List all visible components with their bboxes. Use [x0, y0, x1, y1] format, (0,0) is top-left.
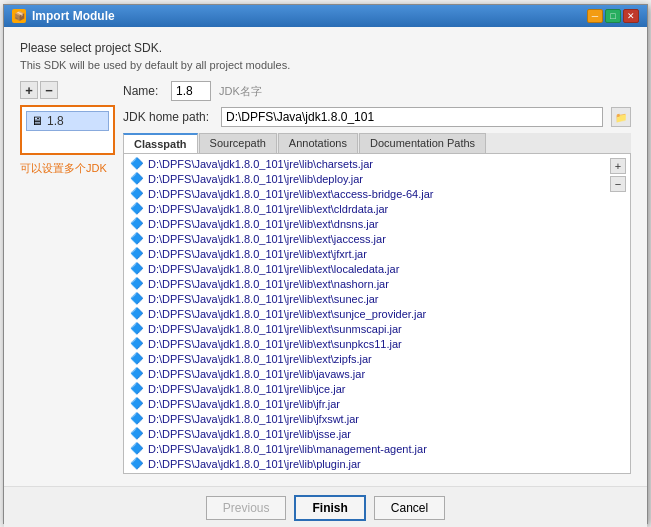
jar-icon: 🔷 [130, 157, 144, 170]
maximize-button[interactable]: □ [605, 9, 621, 23]
minimize-button[interactable]: ─ [587, 9, 603, 23]
list-item[interactable]: 🔷D:\DPFS\Java\jdk1.8.0_101\jre\lib\ext\a… [124, 186, 606, 201]
description-area: Please select project SDK. This SDK will… [20, 39, 631, 74]
file-path-text: D:\DPFS\Java\jdk1.8.0_101\jre\lib\jfxswt… [148, 413, 359, 425]
list-item[interactable]: 🔷D:\DPFS\Java\jdk1.8.0_101\jre\lib\ext\l… [124, 261, 606, 276]
list-item[interactable]: 🔷D:\DPFS\Java\jdk1.8.0_101\jre\lib\ext\z… [124, 351, 606, 366]
name-hint: JDK名字 [219, 84, 262, 99]
jar-icon: 🔷 [130, 322, 144, 335]
file-path-text: D:\DPFS\Java\jdk1.8.0_101\jre\lib\jsse.j… [148, 428, 351, 440]
list-item[interactable]: 🔷D:\DPFS\Java\jdk1.8.0_101\jre\lib\jfxsw… [124, 411, 606, 426]
previous-button[interactable]: Previous [206, 496, 287, 520]
close-button[interactable]: ✕ [623, 9, 639, 23]
file-path-text: D:\DPFS\Java\jdk1.8.0_101\jre\lib\manage… [148, 443, 427, 455]
jar-icon: 🔷 [130, 217, 144, 230]
file-path-text: D:\DPFS\Java\jdk1.8.0_101\jre\lib\charse… [148, 158, 373, 170]
jar-icon: 🔷 [130, 262, 144, 275]
list-item[interactable]: 🔷D:\DPFS\Java\jdk1.8.0_101\jre\lib\javaw… [124, 366, 606, 381]
file-path-text: D:\DPFS\Java\jdk1.8.0_101\jre\lib\ext\lo… [148, 263, 399, 275]
jar-icon: 🔷 [130, 382, 144, 395]
file-path-text: D:\DPFS\Java\jdk1.8.0_101\jre\lib\ext\su… [148, 293, 379, 305]
list-item[interactable]: 🔷D:\DPFS\Java\jdk1.8.0_101\jre\lib\jfr.j… [124, 396, 606, 411]
list-item[interactable]: 🔷D:\DPFS\Java\jdk1.8.0_101\jre\lib\ext\s… [124, 291, 606, 306]
file-path-text: D:\DPFS\Java\jdk1.8.0_101\jre\lib\ext\jf… [148, 248, 367, 260]
tab-classpath[interactable]: Classpath [123, 133, 198, 153]
list-item[interactable]: 🔷D:\DPFS\Java\jdk1.8.0_101\jre\lib\jsse.… [124, 426, 606, 441]
cancel-button[interactable]: Cancel [374, 496, 445, 520]
add-sdk-button[interactable]: + [20, 81, 38, 99]
name-input[interactable] [171, 81, 211, 101]
list-item[interactable]: 🔷D:\DPFS\Java\jdk1.8.0_101\jre\lib\jce.j… [124, 381, 606, 396]
list-item[interactable]: 🔷D:\DPFS\Java\jdk1.8.0_101\jre\lib\ext\j… [124, 246, 606, 261]
jar-icon: 🔷 [130, 307, 144, 320]
tab-sourcepath[interactable]: Sourcepath [199, 133, 277, 153]
add-file-button[interactable]: + [610, 158, 626, 174]
title-bar-left: 📦 Import Module [12, 9, 115, 23]
jar-icon: 🔷 [130, 427, 144, 440]
jar-icon: 🔷 [130, 442, 144, 455]
jar-icon: 🔷 [130, 292, 144, 305]
file-path-text: D:\DPFS\Java\jdk1.8.0_101\jre\lib\ext\su… [148, 323, 402, 335]
jar-icon: 🔷 [130, 457, 144, 470]
browse-button[interactable]: 📁 [611, 107, 631, 127]
tab-documentation-paths[interactable]: Documentation Paths [359, 133, 486, 153]
tab-annotations[interactable]: Annotations [278, 133, 358, 153]
tabs-container: Classpath Sourcepath Annotations Documen… [123, 133, 631, 474]
file-path-text: D:\DPFS\Java\jdk1.8.0_101\jre\lib\ext\cl… [148, 203, 388, 215]
file-path-text: D:\DPFS\Java\jdk1.8.0_101\jre\lib\ext\zi… [148, 353, 372, 365]
list-item[interactable]: 🔷D:\DPFS\Java\jdk1.8.0_101\jre\lib\ext\c… [124, 201, 606, 216]
list-item[interactable]: 🔷D:\DPFS\Java\jdk1.8.0_101\jre\lib\ext\s… [124, 306, 606, 321]
sdk-icon: 🖥 [31, 114, 43, 128]
name-row: Name: JDK名字 [123, 81, 631, 101]
list-item[interactable]: 🔷D:\DPFS\Java\jdk1.8.0_101\jre\lib\manag… [124, 441, 606, 456]
name-label: Name: [123, 84, 163, 98]
file-path-text: D:\DPFS\Java\jdk1.8.0_101\jre\lib\jce.ja… [148, 383, 345, 395]
footer: Previous Finish Cancel [4, 486, 647, 527]
jar-icon: 🔷 [130, 412, 144, 425]
description-line1: Please select project SDK. [20, 39, 631, 57]
left-panel: + − 🖥 1.8 可以设置多个JDK [20, 81, 115, 474]
tab-content: 🔷D:\DPFS\Java\jdk1.8.0_101\jre\lib\chars… [123, 154, 631, 474]
list-item[interactable]: 🔷D:\DPFS\Java\jdk1.8.0_101\jre\lib\ext\n… [124, 276, 606, 291]
jar-icon: 🔷 [130, 277, 144, 290]
main-area: + − 🖥 1.8 可以设置多个JDK Name: JDK名字 [20, 81, 631, 474]
file-path-text: D:\DPFS\Java\jdk1.8.0_101\jre\lib\jfr.ja… [148, 398, 340, 410]
list-item[interactable]: 🔷D:\DPFS\Java\jdk1.8.0_101\jre\lib\ext\s… [124, 321, 606, 336]
hint-text: 可以设置多个JDK [20, 161, 115, 176]
jar-icon: 🔷 [130, 352, 144, 365]
list-item[interactable]: 🔷D:\DPFS\Java\jdk1.8.0_101\jre\lib\ext\d… [124, 216, 606, 231]
file-path-text: D:\DPFS\Java\jdk1.8.0_101\jre\lib\ext\su… [148, 308, 426, 320]
list-item[interactable]: 🔷D:\DPFS\Java\jdk1.8.0_101\jre\lib\deplo… [124, 171, 606, 186]
path-input[interactable] [221, 107, 603, 127]
file-list: 🔷D:\DPFS\Java\jdk1.8.0_101\jre\lib\chars… [124, 154, 606, 473]
window-title: Import Module [32, 9, 115, 23]
file-path-text: D:\DPFS\Java\jdk1.8.0_101\jre\lib\deploy… [148, 173, 363, 185]
finish-button[interactable]: Finish [294, 495, 365, 521]
list-item[interactable]: 🔷D:\DPFS\Java\jdk1.8.0_101\jre\lib\ext\s… [124, 336, 606, 351]
jar-icon: 🔷 [130, 172, 144, 185]
file-path-text: D:\DPFS\Java\jdk1.8.0_101\jre\lib\ext\ac… [148, 188, 434, 200]
left-toolbar: + − [20, 81, 115, 99]
remove-file-button[interactable]: − [610, 176, 626, 192]
file-path-text: D:\DPFS\Java\jdk1.8.0_101\jre\lib\ext\su… [148, 338, 402, 350]
main-content: Please select project SDK. This SDK will… [4, 27, 647, 487]
file-path-text: D:\DPFS\Java\jdk1.8.0_101\jre\lib\ext\dn… [148, 218, 379, 230]
list-item[interactable]: 🔷D:\DPFS\Java\jdk1.8.0_101\jre\lib\chars… [124, 156, 606, 171]
sdk-list: 🖥 1.8 [20, 105, 115, 155]
jar-icon: 🔷 [130, 397, 144, 410]
window-icon: 📦 [12, 9, 26, 23]
jar-icon: 🔷 [130, 367, 144, 380]
list-item[interactable]: 🔷D:\DPFS\Java\jdk1.8.0_101\jre\lib\plugi… [124, 456, 606, 471]
jar-icon: 🔷 [130, 247, 144, 260]
list-item[interactable]: 🔷D:\DPFS\Java\jdk1.8.0_101\jre\lib\ext\j… [124, 231, 606, 246]
remove-sdk-button[interactable]: − [40, 81, 58, 99]
file-path-text: D:\DPFS\Java\jdk1.8.0_101\jre\lib\ext\ja… [148, 233, 386, 245]
right-panel: Name: JDK名字 JDK home path: 📁 Classpath S… [123, 81, 631, 474]
description-line2: This SDK will be used by default by all … [20, 57, 631, 74]
sdk-item-label: 1.8 [47, 114, 64, 128]
sdk-item[interactable]: 🖥 1.8 [26, 111, 109, 131]
jar-icon: 🔷 [130, 187, 144, 200]
title-bar: 📦 Import Module ─ □ ✕ [4, 5, 647, 27]
tabs-header: Classpath Sourcepath Annotations Documen… [123, 133, 631, 154]
file-path-text: D:\DPFS\Java\jdk1.8.0_101\jre\lib\javaws… [148, 368, 365, 380]
